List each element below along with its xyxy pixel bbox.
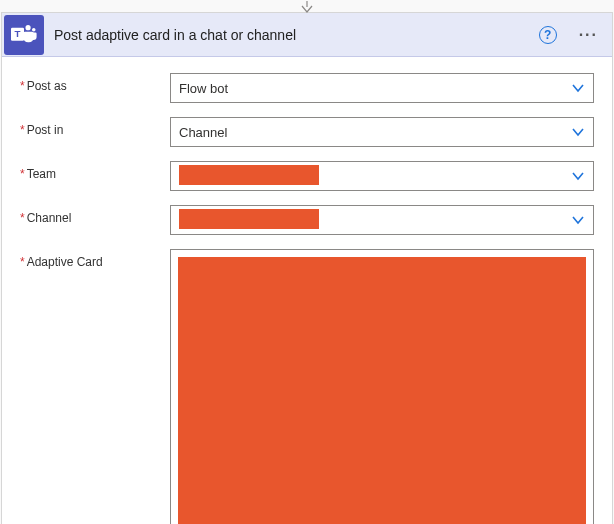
post-as-label-text: Post as	[27, 79, 67, 93]
field-channel: *Channel	[20, 205, 594, 235]
team-value	[179, 165, 571, 188]
field-team: *Team	[20, 161, 594, 191]
chevron-down-icon	[571, 125, 585, 139]
action-header[interactable]: T Post adaptive card in a chat or channe…	[2, 13, 612, 57]
svg-point-2	[25, 25, 30, 30]
field-label-adaptive-card: *Adaptive Card	[20, 249, 170, 524]
post-in-dropdown[interactable]: Channel	[170, 117, 594, 147]
redacted-content	[179, 209, 319, 229]
chevron-down-icon	[571, 169, 585, 183]
action-title: Post adaptive card in a chat or channel	[54, 27, 529, 43]
field-adaptive-card: *Adaptive Card	[20, 249, 594, 524]
redacted-content	[178, 257, 586, 524]
field-label-post-in: *Post in	[20, 117, 170, 147]
post-as-value: Flow bot	[179, 81, 571, 96]
post-in-value: Channel	[179, 125, 571, 140]
adaptive-card-input[interactable]	[170, 249, 594, 524]
team-label-text: Team	[27, 167, 56, 181]
chevron-down-icon	[571, 81, 585, 95]
teams-icon: T	[4, 15, 44, 55]
channel-value	[179, 209, 571, 232]
field-label-channel: *Channel	[20, 205, 170, 235]
more-menu-icon[interactable]: ···	[575, 26, 602, 44]
svg-text:T: T	[15, 28, 21, 39]
post-as-dropdown[interactable]: Flow bot	[170, 73, 594, 103]
field-label-post-as: *Post as	[20, 73, 170, 103]
channel-dropdown[interactable]	[170, 205, 594, 235]
action-card: T Post adaptive card in a chat or channe…	[1, 12, 613, 524]
field-post-in: *Post in Channel	[20, 117, 594, 147]
field-label-team: *Team	[20, 161, 170, 191]
adaptive-card-label-text: Adaptive Card	[27, 255, 103, 269]
team-dropdown[interactable]	[170, 161, 594, 191]
redacted-content	[179, 165, 319, 185]
field-post-as: *Post as Flow bot	[20, 73, 594, 103]
channel-label-text: Channel	[27, 211, 72, 225]
svg-point-3	[32, 27, 36, 31]
chevron-down-icon	[571, 213, 585, 227]
help-icon[interactable]: ?	[539, 26, 557, 44]
post-in-label-text: Post in	[27, 123, 64, 137]
action-body: *Post as Flow bot *Post in Channel *Team	[2, 57, 612, 524]
